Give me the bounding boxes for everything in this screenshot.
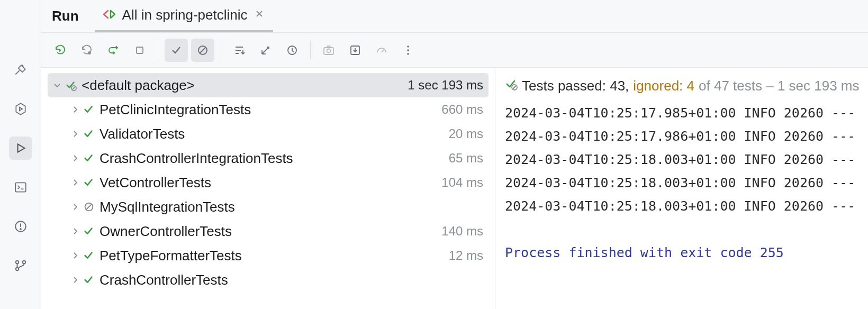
svg-rect-7 [137,47,143,53]
import-icon [349,44,361,57]
svg-rect-0 [15,183,26,192]
expand-icon [259,44,272,57]
test-node-time: 1 sec 193 ms [402,78,483,93]
import-tests-button[interactable] [343,39,367,62]
test-history-button[interactable] [281,39,304,62]
hexagon-play-icon [14,102,28,116]
test-node-label: CrashControllerIntegrationTests [100,150,444,167]
test-tree-item[interactable]: PetTypeFormatterTests12 ms [48,243,489,268]
git-branch-icon [14,259,28,272]
terminal-icon [14,180,28,194]
pass-status-icon [82,152,96,164]
terminal-tool-button[interactable] [9,176,32,199]
ignored-status-icon [82,201,96,213]
console-output[interactable]: Tests passed: 43, ignored: 4 of 47 tests… [495,68,868,309]
build-tool-button[interactable] [9,58,32,81]
test-node-time: 660 ms [436,102,483,117]
summary-rest: of 47 tests – 1 sec 193 ms [699,74,860,97]
svg-point-6 [88,51,91,54]
test-node-label: OwnerControllerTests [100,223,436,240]
test-node-label: PetClinicIntegrationTests [100,102,436,118]
svg-point-13 [407,46,409,48]
test-node-label: ValidatorTests [100,126,444,142]
hammer-icon [14,63,28,77]
gauge-icon [375,44,388,57]
close-tab-button[interactable] [253,7,266,23]
run-tool-button[interactable] [9,137,32,160]
svg-point-3 [15,261,18,263]
no-entry-icon [196,44,209,57]
svg-point-14 [407,49,409,51]
test-node-label: CrashControllerTests [100,272,478,288]
test-tree-item[interactable]: PetClinicIntegrationTests660 ms [48,97,489,122]
test-node-time: 12 ms [444,248,483,263]
autotest-icon [107,44,120,57]
sort-button[interactable] [228,39,251,62]
more-button[interactable] [396,39,420,62]
test-node-label: PetTypeFormatterTests [100,248,444,264]
test-node-time: 20 ms [444,126,483,141]
clock-icon [286,44,299,57]
test-node-time: 104 ms [436,175,483,190]
run-tabbar: Run All in spring-petclinic [41,0,868,33]
test-node-label: VetControllerTests [100,175,436,191]
test-tree[interactable]: <default package> 1 sec 193 ms PetClinic… [41,68,495,309]
pass-status-icon [82,274,96,286]
test-toolbar [41,33,868,68]
console-line: 2024-03-04T10:25:17.985+01:00 INFO 20260… [505,102,868,125]
chevron-right-icon[interactable] [69,227,82,235]
pass-status-icon [82,177,96,188]
toolbar-separator [310,41,311,60]
toolbar-separator [158,41,158,60]
screenshot-button[interactable] [317,39,340,62]
test-tree-item[interactable]: ValidatorTests20 ms [48,122,489,146]
rerun-failed-icon [80,44,93,57]
toolbar-separator [221,41,221,60]
svg-point-4 [22,261,25,263]
pass-status-icon [82,250,96,261]
show-ignored-button[interactable] [191,39,214,62]
play-icon [14,141,28,155]
test-node-label: <default package> [82,77,402,94]
profiler-button[interactable] [370,39,393,62]
test-tree-item[interactable]: OwnerControllerTests140 ms [48,219,489,243]
vcs-tool-button[interactable] [9,254,32,277]
problems-tool-button[interactable] [9,215,32,238]
console-line: 2024-03-04T10:25:17.986+01:00 INFO 20260… [505,125,868,148]
rerun-failed-button[interactable] [75,39,98,62]
chevron-down-icon[interactable] [51,81,64,89]
stop-button[interactable] [128,39,151,62]
test-node-time: 65 ms [444,151,483,166]
test-node-time: 140 ms [436,224,483,239]
svg-point-15 [407,53,409,55]
console-line: 2024-03-04T10:25:18.003+01:00 INFO 20260… [505,148,868,171]
chevron-right-icon[interactable] [69,154,82,162]
chevron-right-icon[interactable] [69,251,82,260]
test-node-label: MySqlIntegrationTests [100,199,478,215]
console-line: 2024-03-04T10:25:18.003+01:00 INFO 20260… [505,171,868,195]
chevron-right-icon[interactable] [69,276,82,284]
warning-circle-icon [14,220,28,233]
run-config-tab[interactable]: All in spring-petclinic [95,0,273,32]
show-passed-button[interactable] [165,39,188,62]
test-tree-root[interactable]: <default package> 1 sec 193 ms [48,73,489,97]
pass-status-icon [82,128,96,140]
console-line: 2024-03-04T10:25:18.003+01:00 INFO 20260… [505,195,868,218]
chevron-right-icon[interactable] [69,105,82,114]
expand-all-button[interactable] [254,39,277,62]
services-tool-button[interactable] [9,97,32,121]
test-tree-item[interactable]: VetControllerTests104 ms [48,170,489,195]
toggle-autotest-button[interactable] [102,39,125,62]
chevron-right-icon[interactable] [69,130,82,138]
test-tree-item[interactable]: CrashControllerTests [48,268,489,292]
check-icon [170,44,183,57]
chevron-right-icon[interactable] [69,178,82,187]
rerun-button[interactable] [49,39,72,62]
chevron-right-icon[interactable] [69,203,82,211]
run-config-icon [102,7,117,23]
close-icon [255,10,264,18]
test-tree-item[interactable]: CrashControllerIntegrationTests65 ms [48,146,489,170]
test-tree-item[interactable]: MySqlIntegrationTests [48,195,489,219]
camera-icon [322,44,335,57]
pass-status-icon [82,104,96,115]
